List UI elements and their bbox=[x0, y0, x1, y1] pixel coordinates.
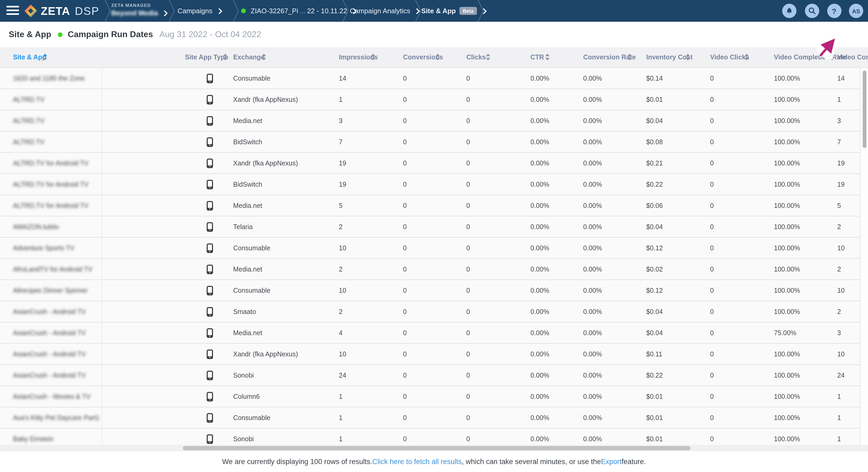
cell-ctr: 0.00% bbox=[530, 428, 549, 445]
managed-account-name: Beyond Media bbox=[111, 9, 158, 17]
cell-impressions: 14 bbox=[339, 68, 346, 89]
export-link[interactable]: Export bbox=[601, 458, 622, 466]
column-header-video-clicks[interactable]: Video Clicks bbox=[710, 47, 749, 68]
cell-video-completes: 19 bbox=[837, 152, 845, 174]
mobile-device-icon bbox=[207, 222, 213, 232]
cell-inventory-cost: $0.21 bbox=[646, 152, 663, 174]
cell-site-app-type bbox=[207, 259, 213, 280]
cell-conversion-rate: 0.00% bbox=[583, 89, 602, 110]
cell-video-completes: 1 bbox=[837, 407, 841, 428]
cell-site-app: AsianCrush - Android TV bbox=[13, 322, 86, 344]
cell-conversions: 0 bbox=[403, 152, 407, 174]
help-button[interactable]: ? bbox=[827, 4, 841, 18]
mobile-device-icon bbox=[207, 413, 213, 422]
breadcrumb-campaign-analytics[interactable]: Campaign Analytics bbox=[350, 0, 419, 22]
brand-name: ZETA bbox=[41, 4, 70, 17]
user-avatar[interactable]: AS bbox=[849, 4, 863, 18]
cell-conversions: 0 bbox=[403, 407, 407, 428]
sort-icon[interactable] bbox=[545, 54, 550, 61]
sort-icon[interactable] bbox=[436, 54, 440, 61]
fetch-all-results-link[interactable]: Click here to fetch all results bbox=[372, 458, 462, 466]
cell-video-completion-rate: 100.00% bbox=[774, 301, 800, 322]
cell-video-completes: 19 bbox=[837, 174, 845, 195]
horizontal-scrollbar[interactable] bbox=[0, 445, 868, 451]
cell-conversions: 0 bbox=[403, 322, 407, 344]
cell-video-clicks: 0 bbox=[710, 364, 714, 386]
sort-icon[interactable] bbox=[223, 54, 228, 61]
column-header-site-app-type[interactable]: Site App Type bbox=[185, 47, 228, 68]
cell-site-app-type bbox=[207, 364, 213, 386]
cell-exchange: Xandr (fka AppNexus) bbox=[233, 152, 298, 174]
global-search-button[interactable] bbox=[805, 4, 819, 18]
cell-ctr: 0.00% bbox=[530, 280, 549, 301]
breadcrumb-campaigns[interactable]: Campaigns bbox=[178, 0, 221, 22]
table-row: ALTRD.TV for Android TVBidSwitch19000.00… bbox=[0, 174, 860, 195]
breadcrumb-separator bbox=[232, 0, 240, 22]
cell-video-clicks: 0 bbox=[710, 89, 714, 110]
cell-site-app-type bbox=[207, 110, 213, 131]
sort-icon[interactable] bbox=[486, 54, 491, 61]
cell-video-completes: 5 bbox=[837, 195, 841, 216]
table-row: AsianCrush - Android TVMedia.net4000.00%… bbox=[0, 322, 860, 344]
cell-video-completion-rate: 100.00% bbox=[774, 89, 800, 110]
cell-inventory-cost: $0.02 bbox=[646, 259, 663, 280]
cell-conversion-rate: 0.00% bbox=[583, 322, 602, 344]
cell-exchange: Consumable bbox=[233, 280, 270, 301]
cell-inventory-cost: $0.22 bbox=[646, 174, 663, 195]
cell-video-completion-rate: 100.00% bbox=[774, 195, 800, 216]
cell-video-clicks: 0 bbox=[710, 152, 714, 174]
campaign-ellipsis: ... bbox=[300, 7, 306, 15]
column-header-clicks[interactable]: Clicks bbox=[466, 47, 486, 68]
hamburger-icon[interactable] bbox=[6, 6, 19, 16]
cell-impressions: 7 bbox=[339, 131, 343, 152]
sort-icon[interactable] bbox=[686, 54, 690, 61]
cell-exchange: Media.net bbox=[233, 322, 262, 344]
page-header: Site & App Campaign Run Dates Aug 31 202… bbox=[0, 22, 868, 47]
mobile-device-icon bbox=[207, 95, 213, 104]
cell-video-completion-rate: 100.00% bbox=[774, 364, 800, 386]
cell-exchange: Column6 bbox=[233, 386, 260, 407]
cell-ctr: 0.00% bbox=[530, 259, 549, 280]
cell-conversions: 0 bbox=[403, 259, 407, 280]
cell-video-clicks: 0 bbox=[710, 301, 714, 322]
cell-site-app-type bbox=[207, 195, 213, 216]
breadcrumb-managed-account[interactable]: ZETA MANAGED Beyond Media bbox=[111, 3, 167, 17]
mobile-device-icon bbox=[207, 158, 213, 168]
pink-arrow-cursor bbox=[816, 38, 838, 59]
cell-impressions: 1 bbox=[339, 386, 343, 407]
vertical-scrollbar[interactable] bbox=[860, 68, 868, 445]
sort-icon[interactable] bbox=[745, 54, 749, 61]
sort-icon[interactable] bbox=[43, 54, 48, 61]
cell-video-clicks: 0 bbox=[710, 237, 714, 259]
cell-inventory-cost: $0.12 bbox=[646, 237, 663, 259]
breadcrumb-site-and-app[interactable]: Site & App Beta bbox=[421, 0, 486, 22]
column-header-video-completes[interactable]: Video Compl bbox=[837, 47, 868, 68]
cell-video-completion-rate: 100.00% bbox=[774, 216, 800, 237]
column-header-exchange[interactable]: Exchange bbox=[233, 47, 265, 68]
horizontal-scrollbar-thumb[interactable] bbox=[183, 446, 690, 450]
brand-logo[interactable]: ZETA DSP bbox=[24, 4, 99, 18]
cell-impressions: 10 bbox=[339, 280, 346, 301]
sort-icon[interactable] bbox=[262, 54, 267, 61]
column-header-site-app[interactable]: Site & App bbox=[13, 47, 46, 68]
cell-clicks: 0 bbox=[466, 301, 470, 322]
notifications-button[interactable] bbox=[782, 4, 796, 18]
cell-video-completion-rate: 100.00% bbox=[774, 344, 800, 364]
column-header-ctr[interactable]: CTR bbox=[530, 47, 544, 68]
sort-icon[interactable] bbox=[371, 54, 376, 61]
cell-site-app-type bbox=[207, 68, 213, 89]
cell-site-app-type bbox=[207, 407, 213, 428]
campaign-dates: 22 - 10.11.22 bbox=[307, 7, 347, 15]
sort-icon[interactable] bbox=[627, 54, 632, 61]
breadcrumb-campaign[interactable]: ZIAO-32267_Pi ... 22 - 10.11.22 bbox=[241, 0, 356, 22]
cell-video-completion-rate: 100.00% bbox=[774, 259, 800, 280]
cell-site-app-type bbox=[207, 428, 213, 445]
table-row: ALTRD.TVBidSwitch7000.00%0.00%$0.080100.… bbox=[0, 131, 860, 152]
cell-site-app: ALTRD.TV for Android TV bbox=[13, 174, 89, 195]
cell-site-app-type bbox=[207, 322, 213, 344]
cell-ctr: 0.00% bbox=[530, 131, 549, 152]
vertical-scrollbar-thumb[interactable] bbox=[862, 70, 866, 148]
cell-conversions: 0 bbox=[403, 216, 407, 237]
cell-clicks: 0 bbox=[466, 68, 470, 89]
cell-clicks: 0 bbox=[466, 174, 470, 195]
